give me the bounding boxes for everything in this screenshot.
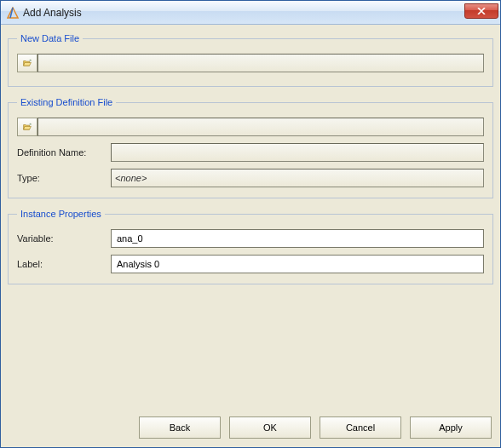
definition-name-row: Definition Name: xyxy=(17,143,484,162)
client-area: New Data File Existing Definition File xyxy=(1,25,500,447)
open-existing-definition-file-button[interactable] xyxy=(17,118,37,136)
variable-input[interactable] xyxy=(111,229,484,248)
label-input[interactable] xyxy=(111,255,484,273)
existing-definition-file-path-input[interactable] xyxy=(37,118,484,136)
titlebar: Add Analysis xyxy=(1,1,500,25)
existing-definition-file-row xyxy=(17,118,484,136)
app-icon xyxy=(6,6,20,20)
cancel-button[interactable]: Cancel xyxy=(320,416,401,439)
variable-row: Variable: xyxy=(17,229,484,248)
group-instance-properties: Instance Properties Variable: Label: xyxy=(8,209,493,284)
open-new-data-file-button[interactable] xyxy=(17,54,37,72)
variable-label: Variable: xyxy=(17,233,111,244)
label-row: Label: xyxy=(17,255,484,273)
ok-button[interactable]: OK xyxy=(229,416,311,439)
folder-open-icon xyxy=(23,121,32,133)
close-button[interactable] xyxy=(464,3,498,19)
group-legend: New Data File xyxy=(17,33,83,43)
folder-open-icon xyxy=(23,57,32,69)
spacer xyxy=(8,291,493,411)
definition-name-label: Definition Name: xyxy=(17,147,111,158)
type-row: Type: <none> xyxy=(17,169,484,187)
group-legend: Existing Definition File xyxy=(17,97,116,107)
button-bar: Back OK Cancel Apply xyxy=(8,411,493,440)
type-display: <none> xyxy=(111,169,484,187)
dialog-window: Add Analysis New Data File xyxy=(0,0,501,448)
close-icon xyxy=(477,8,486,14)
group-new-data-file: New Data File xyxy=(8,33,493,87)
label-label: Label: xyxy=(17,259,111,269)
definition-name-display xyxy=(111,143,484,162)
type-label: Type: xyxy=(17,173,111,183)
group-legend: Instance Properties xyxy=(17,209,105,219)
apply-button[interactable]: Apply xyxy=(410,416,492,439)
group-existing-definition-file: Existing Definition File Definition Name… xyxy=(8,97,493,198)
new-data-file-path-input[interactable] xyxy=(37,54,484,72)
new-data-file-row xyxy=(17,54,484,72)
back-button[interactable]: Back xyxy=(139,416,221,439)
window-title: Add Analysis xyxy=(23,7,464,19)
